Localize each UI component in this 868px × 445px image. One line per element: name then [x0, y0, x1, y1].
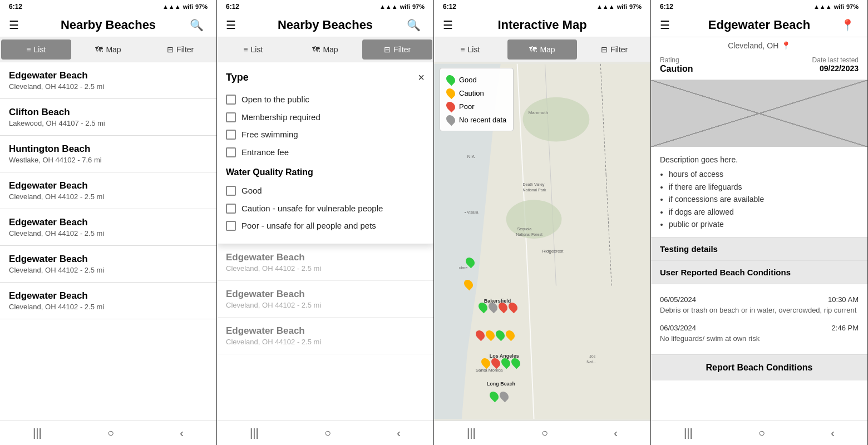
signal-icon-2: ▲▲▲ — [379, 3, 398, 10]
checkbox-good[interactable] — [226, 186, 236, 196]
nav-menu-3[interactable]: ||| — [467, 427, 476, 439]
legend-poor: Poor — [447, 100, 506, 113]
tab-list-3[interactable]: ≡ List — [435, 39, 505, 60]
panel-map: 6:12 ▲▲▲ wifi 97% ☰ Interactive Map ≡ Li… — [434, 0, 651, 445]
checkbox-fee[interactable] — [226, 147, 236, 157]
checkbox-caution[interactable] — [226, 204, 236, 214]
list-item: Edgewater Beach Cleveland, OH 44102 - 2.… — [217, 281, 433, 318]
map-pin-yellow-3[interactable] — [480, 357, 492, 369]
filter-label-free: Free swimming — [241, 129, 298, 140]
app-header-2: ☰ Nearby Beaches 🔍 — [217, 13, 433, 37]
map-pin-green-3[interactable] — [500, 357, 512, 369]
panel-list: 6:12 ▲▲▲ wifi 97% ☰ Nearby Beaches 🔍 ≡ L… — [0, 0, 217, 445]
menu-icon-4[interactable]: ☰ — [660, 18, 678, 32]
water-quality-title: Water Quality Rating — [226, 167, 425, 177]
tab-map-1[interactable]: 🗺 Map — [73, 39, 144, 60]
filter-option-good[interactable]: Good — [226, 182, 425, 200]
map-pin-yellow-2[interactable] — [504, 329, 517, 342]
map-pin-red-3[interactable] — [474, 329, 487, 342]
tab-map-2[interactable]: 🗺 Map — [290, 39, 361, 60]
map-pin-green-1[interactable] — [477, 301, 490, 314]
nav-back-4[interactable]: ‹ — [831, 427, 835, 439]
list-item[interactable]: Edgewater Beach Cleveland, OH 44102 - 2.… — [0, 283, 216, 319]
menu-icon-2[interactable]: ☰ — [226, 18, 244, 32]
checkbox-membership[interactable] — [226, 112, 236, 122]
status-icons-2: ▲▲▲ wifi 97% — [379, 3, 425, 10]
filter-option-public[interactable]: Open to the public — [226, 91, 425, 108]
tab-filter-label-1: Filter — [176, 45, 194, 54]
legend-poor-label: Poor — [459, 102, 474, 111]
tab-bar-3: ≡ List 🗺 Map ⊟ Filter — [434, 37, 650, 62]
page-title-1: Nearby Beaches — [27, 18, 190, 32]
list-item[interactable]: Edgewater Beach Cleveland, OH 44102 - 2.… — [0, 172, 216, 209]
page-title-3: Interactive Map — [461, 18, 624, 32]
tab-filter-3[interactable]: ⊟ Filter — [579, 39, 649, 60]
map-pin-green-4[interactable] — [510, 357, 522, 369]
list-item[interactable]: Clifton Beach Lakewood, OH 44107 - 2.5 m… — [0, 99, 216, 136]
desc-item-5: public or private — [669, 218, 859, 230]
menu-icon-3[interactable]: ☰ — [443, 18, 461, 32]
filter-option-fee[interactable]: Entrance fee — [226, 144, 425, 161]
map-container[interactable]: Mammoth Death Valley National Park Sequo… — [434, 62, 650, 421]
svg-text:Mammoth: Mammoth — [529, 110, 548, 115]
list-item[interactable]: Edgewater Beach Cleveland, OH 44102 - 2.… — [0, 62, 216, 99]
nav-menu-4[interactable]: ||| — [684, 427, 693, 439]
report-button[interactable]: Report Beach Conditions — [651, 354, 867, 380]
nav-menu-1[interactable]: ||| — [33, 427, 42, 439]
tab-bar-1: ≡ List 🗺 Map ⊟ Filter — [0, 37, 216, 62]
list-item[interactable]: Edgewater Beach Cleveland, OH 44102 - 2.… — [0, 209, 216, 246]
list-item[interactable]: Huntington Beach Westlake, OH 44102 - 7.… — [0, 136, 216, 172]
status-bar-3: 6:12 ▲▲▲ wifi 97% — [434, 0, 650, 13]
filter-option-caution[interactable]: Caution - unsafe for vulnerable people — [226, 200, 425, 217]
filter-close-button[interactable]: × — [418, 71, 425, 84]
nav-back-3[interactable]: ‹ — [614, 427, 618, 439]
map-pin-green-5[interactable] — [488, 390, 501, 403]
filter-option-membership[interactable]: Membership required — [226, 108, 425, 126]
map-pin-red-1[interactable] — [497, 301, 510, 314]
map-pin-green-2[interactable] — [494, 329, 507, 342]
tab-filter-2[interactable]: ⊟ Filter — [362, 39, 432, 60]
status-time-3: 6:12 — [443, 3, 456, 11]
tab-list-1[interactable]: ≡ List — [1, 39, 71, 60]
map-pin-red-2[interactable] — [507, 301, 520, 314]
checkbox-public[interactable] — [226, 95, 236, 105]
beach-location: Lakewood, OH 44107 - 2.5 mi — [9, 119, 208, 127]
nav-bar-1: ||| ○ ‹ — [0, 421, 216, 445]
tab-filter-1[interactable]: ⊟ Filter — [145, 39, 215, 60]
testing-details-section[interactable]: Testing details — [651, 238, 867, 261]
nav-menu-2[interactable]: ||| — [250, 427, 259, 439]
nav-home-1[interactable]: ○ — [107, 427, 114, 439]
list-item[interactable]: Edgewater Beach Cleveland, OH 44102 - 2.… — [0, 246, 216, 283]
beach-name: Edgewater Beach — [9, 70, 208, 81]
search-icon-1[interactable]: 🔍 — [190, 18, 208, 32]
map-pin-gray-1[interactable] — [487, 301, 500, 314]
location-icon-4[interactable]: 📍 — [841, 18, 859, 32]
date-label: Date last tested — [812, 56, 859, 64]
nav-home-4[interactable]: ○ — [758, 427, 765, 439]
map-pin-red-4[interactable] — [490, 357, 502, 369]
map-pins-la — [476, 329, 542, 340]
beach-location: Westlake, OH 44102 - 7.6 mi — [9, 156, 208, 164]
filter-option-free[interactable]: Free swimming — [226, 126, 425, 144]
filter-label-public: Open to the public — [241, 94, 309, 105]
filter-option-poor[interactable]: Poor - unsafe for all people and pets — [226, 217, 425, 235]
tab-bar-2: ≡ List 🗺 Map ⊟ Filter — [217, 37, 433, 62]
nav-home-3[interactable]: ○ — [541, 427, 548, 439]
map-pin-gray-2[interactable] — [498, 390, 511, 403]
tab-map-3[interactable]: 🗺 Map — [507, 39, 578, 60]
menu-icon-1[interactable]: ☰ — [9, 18, 27, 32]
search-icon-2[interactable]: 🔍 — [407, 18, 425, 32]
legend-no-data: No recent data — [447, 113, 506, 126]
checkbox-free[interactable] — [226, 130, 236, 140]
map-pins-south — [490, 390, 509, 402]
tab-list-2[interactable]: ≡ List — [218, 39, 288, 60]
map-pin-yellow-1[interactable] — [484, 329, 497, 342]
testing-details-label: Testing details — [660, 244, 718, 254]
nav-home-2[interactable]: ○ — [324, 427, 331, 439]
nav-back-2[interactable]: ‹ — [397, 427, 401, 439]
status-icons-4: ▲▲▲ wifi 97% — [813, 3, 859, 10]
checkbox-poor[interactable] — [226, 221, 236, 231]
date-section: Date last tested 09/22/2023 — [812, 56, 859, 74]
list-item: Edgewater Beach Cleveland, OH 44102 - 2.… — [217, 318, 433, 354]
nav-back-1[interactable]: ‹ — [180, 427, 184, 439]
